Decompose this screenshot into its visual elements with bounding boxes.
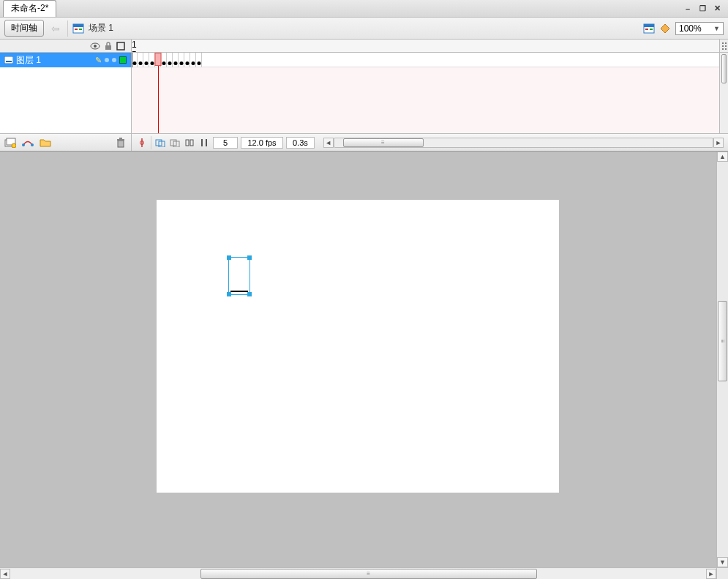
visibility-dot[interactable] (105, 58, 109, 62)
svg-point-15 (722, 45, 724, 47)
keyframe-dot (150, 61, 154, 65)
keyframe-dot (179, 61, 183, 65)
keyframe-dot (185, 61, 189, 65)
timeline-menu-button[interactable] (719, 40, 728, 52)
zoom-select[interactable]: 100% ▼ (675, 22, 724, 35)
resize-handle-br[interactable] (247, 292, 252, 296)
scene-label: 场景 1 (89, 22, 113, 34)
frame-cell[interactable] (138, 53, 143, 67)
keyframe-dot (138, 61, 142, 65)
svg-rect-12 (117, 42, 124, 50)
motion-guide-button[interactable] (22, 137, 34, 149)
frame-cell[interactable] (190, 53, 196, 67)
pencil-icon: ✎ (95, 56, 102, 65)
playhead-head[interactable] (155, 53, 162, 66)
vscroll-thumb[interactable]: ≡ (718, 301, 727, 381)
svg-rect-19 (4, 56, 13, 64)
outline-column-icon[interactable] (116, 42, 125, 51)
vscroll-down-button[interactable]: ▼ (717, 557, 728, 567)
close-button[interactable]: ✕ (712, 4, 722, 14)
onion-skin-button[interactable] (154, 137, 166, 149)
frame-cell[interactable] (173, 53, 179, 67)
svg-point-23 (12, 143, 16, 148)
stage-hscroll-left-button[interactable]: ◄ (0, 569, 10, 579)
edit-scene-icon[interactable] (643, 23, 655, 34)
lock-dot[interactable] (112, 58, 116, 62)
onion-skin-outlines-button[interactable] (169, 137, 181, 149)
svg-point-13 (722, 42, 724, 44)
stage-hscroll-thumb[interactable]: ≡ (200, 569, 537, 579)
delete-layer-button[interactable] (115, 137, 127, 149)
hscroll-left-button[interactable]: ◄ (323, 138, 334, 148)
frame-cell[interactable] (143, 53, 149, 67)
stage-hscroll-right-button[interactable]: ► (706, 569, 716, 579)
frame-cell[interactable] (132, 53, 138, 67)
keyframe-dot (133, 61, 137, 65)
layer-row[interactable]: 图层 1 ✎ (0, 53, 131, 67)
current-frame-field[interactable]: 5 (213, 137, 238, 149)
frame-cell[interactable] (161, 53, 167, 67)
edit-multiple-frames-button[interactable] (184, 137, 195, 149)
layers-header (0, 40, 132, 52)
app-window: 未命名-2* – ❐ ✕ 时间轴 ⇦ 场景 1 100% ▼ (0, 0, 728, 579)
svg-point-16 (725, 45, 727, 47)
stage-area: ▲ ≡ ▼ (0, 152, 728, 567)
layer-type-icon (4, 56, 13, 64)
scene-toolbar: 时间轴 ⇦ 场景 1 100% ▼ (0, 18, 728, 40)
svg-rect-37 (201, 139, 203, 146)
svg-point-17 (722, 48, 724, 50)
resize-handle-bl[interactable] (227, 292, 231, 296)
keyframe-dot (144, 61, 148, 65)
svg-rect-20 (6, 61, 12, 62)
fps-field[interactable]: 12.0 fps (241, 137, 283, 149)
frame-cell[interactable] (184, 53, 190, 67)
stage-vscroll[interactable]: ▲ ≡ ▼ (716, 152, 728, 567)
center-frame-button[interactable] (136, 137, 148, 149)
new-folder-button[interactable] (40, 137, 51, 149)
eye-column-icon[interactable] (90, 42, 100, 50)
outline-color-swatch[interactable] (119, 56, 127, 64)
document-name: 未命名-2* (11, 3, 48, 13)
ruler-tick-label: 5 (132, 50, 719, 52)
frame-cell[interactable] (179, 53, 184, 67)
restore-button[interactable]: ❐ (697, 4, 708, 14)
frame-cell[interactable] (196, 53, 202, 67)
vscroll-track[interactable]: ≡ (717, 162, 728, 557)
svg-rect-26 (118, 141, 124, 147)
hscroll-track[interactable]: ≡ (334, 138, 713, 148)
frames-row[interactable] (132, 53, 719, 67)
timeline-vscroll[interactable] (719, 53, 728, 133)
lock-column-icon[interactable] (105, 42, 112, 51)
timeline-toggle-button[interactable]: 时间轴 (4, 20, 44, 37)
stage-hscroll[interactable]: ◄ ≡ ► (0, 567, 728, 579)
new-layer-button[interactable] (4, 137, 16, 149)
hscroll-thumb[interactable]: ≡ (343, 138, 424, 147)
hscroll-right-button[interactable]: ► (713, 138, 724, 148)
titlebar: 未命名-2* – ❐ ✕ (0, 0, 728, 18)
frames-area[interactable] (132, 53, 719, 133)
timeline-footer: 5 12.0 fps 0.3s ◄ ≡ ► (0, 133, 728, 151)
document-tab[interactable]: 未命名-2* (3, 0, 56, 17)
frame-ruler[interactable]: 15101520253035404550556065707580859095 (132, 40, 719, 52)
vscroll-up-button[interactable]: ▲ (717, 152, 728, 162)
elapsed-field[interactable]: 0.3s (286, 137, 315, 149)
keyframe-dot (168, 61, 171, 65)
scroll-corner (716, 568, 728, 580)
svg-rect-11 (105, 45, 111, 50)
timeline-hscroll[interactable]: ◄ ≡ ► (323, 137, 724, 149)
keyframe-dot (173, 61, 177, 65)
stage-viewport[interactable] (0, 152, 716, 567)
timeline-vscroll-thumb[interactable] (721, 54, 727, 83)
svg-point-10 (94, 45, 97, 48)
resize-handle-tl[interactable] (227, 255, 231, 260)
stage-hscroll-track[interactable]: ≡ (10, 569, 706, 579)
canvas[interactable] (157, 200, 559, 493)
modify-onion-markers-button[interactable] (198, 137, 210, 149)
svg-rect-35 (186, 140, 189, 146)
symbol-icon[interactable] (659, 23, 671, 34)
selected-shape[interactable] (228, 257, 250, 295)
frame-cell[interactable] (167, 53, 173, 67)
resize-handle-tr[interactable] (247, 255, 252, 260)
minimize-button[interactable]: – (683, 4, 693, 14)
back-arrow-icon[interactable]: ⇦ (48, 22, 63, 35)
